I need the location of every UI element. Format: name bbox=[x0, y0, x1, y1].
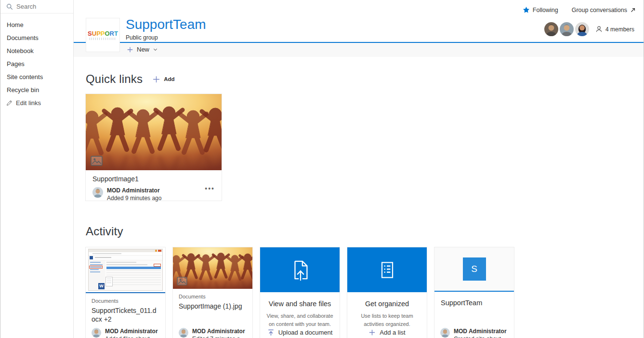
site-logo[interactable]: SUPPORT bbox=[86, 18, 120, 52]
star-icon bbox=[523, 6, 530, 14]
activity-header: Activity bbox=[86, 225, 123, 238]
author-row: MOD Administrator Created site about an … bbox=[440, 328, 508, 338]
image-type-icon bbox=[177, 277, 187, 285]
quick-links-header: Quick links Add bbox=[86, 72, 175, 86]
author-avatar bbox=[179, 328, 188, 338]
sidebar-item-recycle-bin[interactable]: Recycle bin bbox=[0, 83, 73, 96]
left-navigation: Search Home Documents Notebook Pages Sit… bbox=[0, 0, 74, 338]
author-name: MOD Administrator bbox=[192, 328, 246, 335]
site-card-header: S bbox=[434, 247, 514, 292]
activity-card-share-files[interactable]: View and share files View, share, and co… bbox=[260, 247, 340, 338]
group-conversations-link[interactable]: Group conversations bbox=[572, 7, 636, 14]
member-avatar-1[interactable] bbox=[544, 22, 558, 36]
members-count[interactable]: 4 members bbox=[595, 26, 634, 33]
card-title: SupportTickets_011.docx +2 bbox=[86, 304, 165, 324]
site-actions: Following Group conversations bbox=[523, 6, 636, 14]
plus-icon bbox=[127, 46, 133, 53]
site-tile: S bbox=[463, 257, 486, 281]
activity-cards: W Documents SupportTickets_011.docx +2 M… bbox=[85, 247, 514, 338]
edit-links-label: Edit links bbox=[16, 99, 41, 107]
activity-meta: Edited 7 minutes ago bbox=[192, 336, 246, 338]
promo-title: View and share files bbox=[260, 300, 340, 308]
promo-description: View, share, and collaborate on content … bbox=[260, 312, 340, 328]
search-icon bbox=[6, 3, 13, 10]
sidebar-item-notebook[interactable]: Notebook bbox=[0, 44, 73, 57]
upload-document-button[interactable]: Upload a document bbox=[260, 329, 340, 336]
open-external-icon bbox=[630, 7, 636, 13]
new-button[interactable]: New bbox=[127, 46, 158, 53]
document-preview-screenshot: W bbox=[88, 249, 163, 291]
following-label: Following bbox=[533, 7, 558, 14]
activity-card-image[interactable]: Documents SupportImage (1).jpg MOD Admin… bbox=[172, 247, 253, 338]
paper-people-image bbox=[86, 94, 222, 170]
author-name: MOD Administrator bbox=[105, 328, 159, 335]
card-category: Documents bbox=[86, 293, 165, 304]
quick-link-card[interactable]: SupportImage1 MOD Administrator Added 9 … bbox=[85, 94, 222, 201]
sidebar-item-documents[interactable]: Documents bbox=[0, 31, 73, 44]
add-label: Add bbox=[164, 76, 174, 82]
promo-description: Use lists to keep team activities organi… bbox=[347, 312, 427, 328]
member-facepile[interactable] bbox=[544, 22, 589, 36]
upload-icon bbox=[267, 329, 275, 336]
add-list-button[interactable]: Add a list bbox=[347, 329, 427, 336]
card-title: SupportImage (1).jpg bbox=[173, 299, 252, 311]
site-title[interactable]: SupportTeam bbox=[126, 17, 206, 32]
activity-meta: Added files about a minute ago bbox=[105, 336, 159, 338]
person-icon bbox=[595, 26, 603, 33]
quick-links-add-button[interactable]: Add bbox=[152, 75, 174, 83]
search-input[interactable]: Search bbox=[0, 0, 73, 14]
word-document-icon: W bbox=[98, 277, 113, 289]
upload-document-label: Upload a document bbox=[278, 329, 333, 336]
edit-links-button[interactable]: Edit links bbox=[0, 96, 73, 109]
author-row: MOD Administrator Edited 7 minutes ago bbox=[179, 328, 246, 338]
new-button-label: New bbox=[137, 46, 149, 53]
members-count-label: 4 members bbox=[605, 26, 634, 33]
activity-title: Activity bbox=[86, 225, 123, 238]
group-conversations-label: Group conversations bbox=[572, 7, 627, 14]
quick-link-info: SupportImage1 MOD Administrator Added 9 … bbox=[86, 170, 222, 202]
activity-card-document[interactable]: W Documents SupportTickets_011.docx +2 M… bbox=[85, 247, 166, 338]
sidebar-item-site-contents[interactable]: Site contents bbox=[0, 70, 73, 83]
member-avatar-2[interactable] bbox=[560, 22, 574, 36]
quick-link-image bbox=[86, 94, 222, 170]
document-upload-icon bbox=[289, 259, 311, 281]
activity-meta: Created site about an hour ago bbox=[454, 336, 508, 338]
command-bar: New bbox=[74, 42, 644, 57]
plus-icon bbox=[368, 329, 376, 336]
promo-title: Get organized bbox=[347, 300, 427, 308]
pencil-icon bbox=[6, 100, 13, 106]
site-logo-figures bbox=[90, 38, 117, 40]
quick-link-title: SupportImage1 bbox=[92, 175, 215, 183]
quick-links-title: Quick links bbox=[86, 72, 143, 86]
card-category: Documents bbox=[173, 289, 252, 299]
author-avatar bbox=[92, 187, 103, 198]
add-list-label: Add a list bbox=[380, 329, 405, 336]
author-name: MOD Administrator bbox=[107, 187, 161, 194]
member-avatar-3[interactable] bbox=[575, 22, 589, 36]
following-button[interactable]: Following bbox=[523, 6, 558, 14]
site-title-block: SupportTeam Public group bbox=[126, 17, 206, 41]
list-icon bbox=[377, 259, 398, 281]
site-logo-word: SUPPORT bbox=[88, 30, 118, 37]
author-row: MOD Administrator Added 9 minutes ago bbox=[92, 187, 215, 202]
author-avatar bbox=[92, 328, 101, 338]
author-avatar bbox=[440, 328, 450, 338]
image-type-icon bbox=[91, 156, 103, 166]
author-name: MOD Administrator bbox=[454, 328, 508, 335]
activity-card-site[interactable]: S SupportTeam MOD Administrator Created … bbox=[434, 247, 514, 338]
promo-header bbox=[260, 247, 340, 292]
activity-meta: Added 9 minutes ago bbox=[107, 195, 161, 202]
author-row: MOD Administrator Added files about a mi… bbox=[92, 328, 159, 338]
sidebar-nav: Home Documents Notebook Pages Site conte… bbox=[0, 14, 73, 109]
promo-header bbox=[347, 247, 427, 292]
more-actions-icon[interactable]: ••• bbox=[205, 185, 215, 192]
members-area: 4 members bbox=[544, 22, 634, 36]
sidebar-item-home[interactable]: Home bbox=[0, 18, 73, 31]
site-subtitle: Public group bbox=[126, 34, 206, 41]
card-title: SupportTeam bbox=[434, 292, 514, 307]
chevron-down-icon bbox=[153, 47, 158, 52]
sidebar-item-pages[interactable]: Pages bbox=[0, 57, 73, 70]
activity-card-get-organized[interactable]: Get organized Use lists to keep team act… bbox=[347, 247, 427, 338]
image-preview bbox=[173, 247, 252, 289]
document-preview: W bbox=[86, 247, 165, 293]
